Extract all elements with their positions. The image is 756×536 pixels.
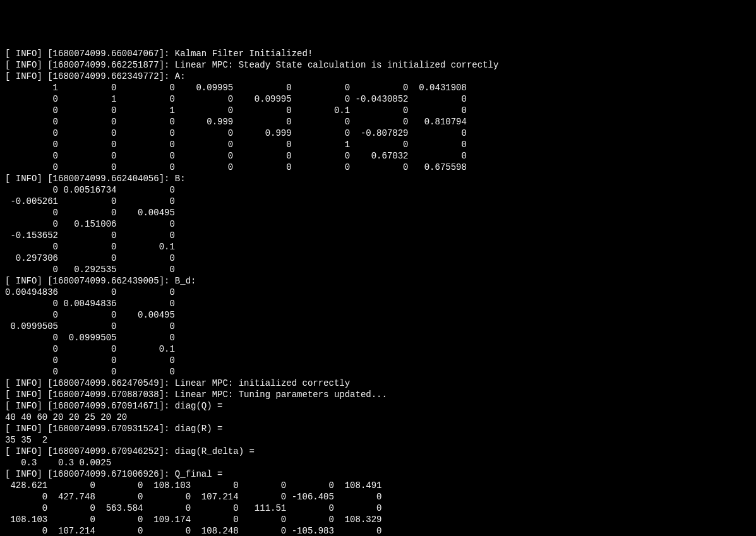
diag-R-values: 35 35 2 — [5, 434, 751, 446]
matrix-A-row: 0 0 1 0 0 0.1 0 0 — [5, 105, 751, 116]
matrix-Qfinal-row: 428.621 0 0 108.103 0 0 0 108.491 — [5, 480, 751, 491]
log-line-B-header: [ INFO] [1680074099.662404056]: B: — [5, 173, 751, 184]
terminal-output[interactable]: [ INFO] [1680074099.660047067]: Kalman F… — [5, 48, 751, 536]
matrix-Bd-row: 0 0 0.00495 — [5, 309, 751, 321]
matrix-B-row: 0 0.292535 0 — [5, 264, 751, 275]
matrix-Bd-row: 0.0999505 0 0 — [5, 321, 751, 332]
log-line-Bd-header: [ INFO] [1680074099.662439005]: B_d: — [5, 275, 751, 287]
matrix-A-row: 0 0 0 0 0 1 0 0 — [5, 139, 751, 150]
matrix-A-row: 0 1 0 0 0.09995 0 -0.0430852 0 — [5, 93, 751, 105]
matrix-A-row: 0 0 0 0 0.999 0 -0.807829 0 — [5, 128, 751, 139]
matrix-A-row: 0 0 0 0.999 0 0 0 0.810794 — [5, 116, 751, 128]
matrix-B-row: 0 0.00516734 0 — [5, 184, 751, 196]
diag-Rdelta-values: 0.3 0.3 0.0025 — [5, 457, 751, 468]
matrix-A-row: 1 0 0 0.09995 0 0 0 0.0431908 — [5, 82, 751, 93]
matrix-B-row: 0 0 0.1 — [5, 241, 751, 253]
matrix-Qfinal-row: 0 107.214 0 0 108.248 0 -105.983 0 — [5, 525, 751, 536]
log-line-A-header: [ INFO] [1680074099.662349772]: A: — [5, 71, 751, 82]
matrix-B-row: -0.153652 0 0 — [5, 230, 751, 241]
log-line-kalman: [ INFO] [1680074099.660047067]: Kalman F… — [5, 48, 751, 59]
log-line-diag-Q-header: [ INFO] [1680074099.670914671]: diag(Q) … — [5, 400, 751, 412]
matrix-Bd-row: 0 0 0 — [5, 355, 751, 366]
matrix-A-row: 0 0 0 0 0 0 0 0.675598 — [5, 162, 751, 173]
matrix-B-row: 0 0.151006 0 — [5, 218, 751, 230]
matrix-B-row: 0.297306 0 0 — [5, 253, 751, 264]
matrix-B-row: -0.005261 0 0 — [5, 196, 751, 207]
diag-Q-values: 40 40 60 20 20 25 20 20 — [5, 412, 751, 423]
matrix-A-row: 0 0 0 0 0 0 0.67032 0 — [5, 150, 751, 162]
log-line-mpc-tuning: [ INFO] [1680074099.670887038]: Linear M… — [5, 389, 751, 400]
log-line-mpc-steady: [ INFO] [1680074099.662251877]: Linear M… — [5, 59, 751, 71]
log-line-Qfinal-header: [ INFO] [1680074099.671006926]: Q_final … — [5, 468, 751, 480]
log-line-mpc-init: [ INFO] [1680074099.662470549]: Linear M… — [5, 378, 751, 389]
matrix-Bd-row: 0 0 0 — [5, 366, 751, 378]
matrix-Bd-row: 0.00494836 0 0 — [5, 287, 751, 298]
matrix-Bd-row: 0 0 0.1 — [5, 343, 751, 355]
matrix-Bd-row: 0 0.0999505 0 — [5, 332, 751, 343]
log-line-diag-R-header: [ INFO] [1680074099.670931524]: diag(R) … — [5, 423, 751, 434]
matrix-Qfinal-row: 0 427.748 0 0 107.214 0 -106.405 0 — [5, 491, 751, 503]
matrix-Bd-row: 0 0.00494836 0 — [5, 298, 751, 309]
matrix-Qfinal-row: 108.103 0 0 109.174 0 0 0 108.329 — [5, 514, 751, 525]
log-line-diag-Rdelta-header: [ INFO] [1680074099.670946252]: diag(R_d… — [5, 446, 751, 457]
matrix-Qfinal-row: 0 0 563.584 0 0 111.51 0 0 — [5, 503, 751, 514]
matrix-B-row: 0 0 0.00495 — [5, 207, 751, 218]
